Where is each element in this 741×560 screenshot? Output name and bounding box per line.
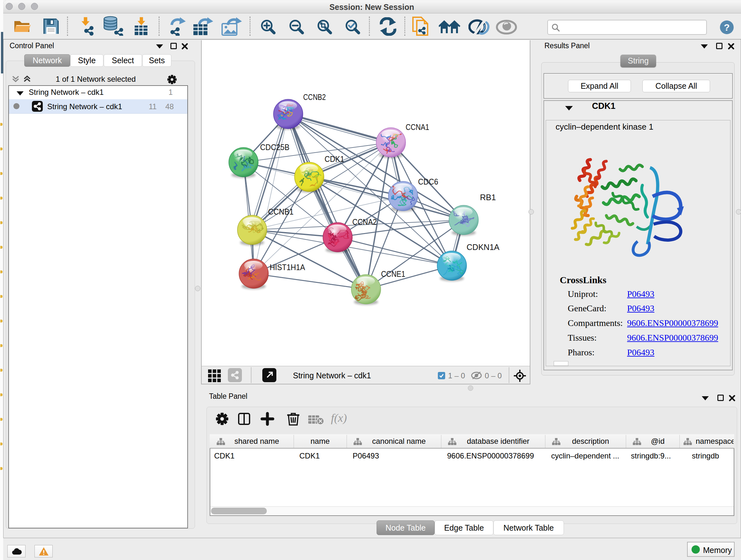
svg-text:CDC6: CDC6 — [418, 177, 438, 186]
svg-text:CDC25B: CDC25B — [260, 142, 289, 152]
svg-text:CCNB1: CCNB1 — [268, 207, 293, 216]
svg-text:CCNE1: CCNE1 — [381, 269, 405, 279]
svg-text:HIST1H1A: HIST1H1A — [270, 262, 306, 272]
svg-text:CDK1: CDK1 — [325, 154, 344, 164]
svg-text:CCNA2: CCNA2 — [352, 217, 377, 227]
svg-text:RB1: RB1 — [480, 192, 496, 202]
svg-text:CDKN1A: CDKN1A — [467, 242, 500, 252]
svg-text:CCNA1: CCNA1 — [406, 122, 429, 132]
svg-text:CCNB2: CCNB2 — [303, 92, 326, 102]
